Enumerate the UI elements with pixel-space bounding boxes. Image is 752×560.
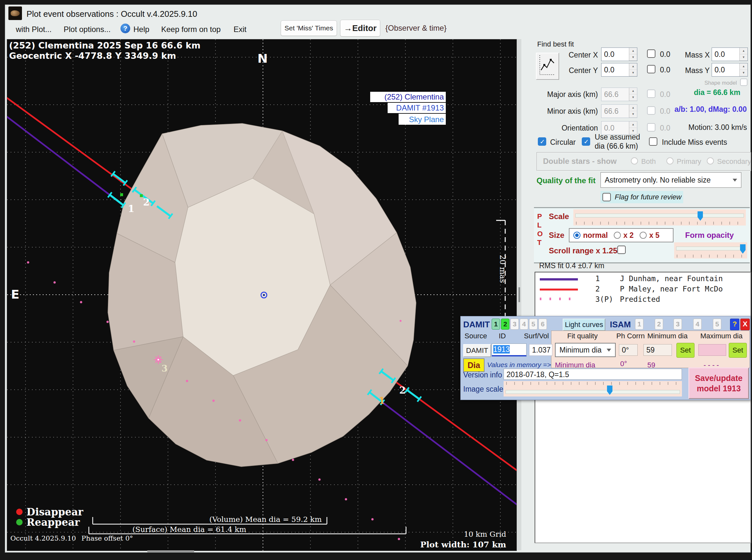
form-opacity-ticks [677,255,745,258]
menu-exit[interactable]: Exit [233,25,246,34]
menu-help[interactable]: Help [134,25,149,34]
dia-button[interactable]: Dia [463,358,485,372]
min-dia-set-button[interactable]: Set [676,343,694,358]
shape-model-checkbox[interactable] [740,79,748,86]
minor-axis-spinner[interactable]: 66.6 ▲▼ [601,104,637,118]
isam-model-1-button[interactable]: 1 [635,319,644,329]
obs-1-number: 1 [595,274,600,283]
form-opacity-slider[interactable] [674,242,747,259]
minor-axis-lock-checkbox[interactable] [647,106,655,115]
observations-list[interactable]: 1 J Dunham, near Fountain 2 P Maley, nea… [535,272,751,543]
scroll-range-checkbox[interactable] [617,245,626,254]
damit-model-2-button[interactable]: 2 [501,319,509,329]
mass-x-spinner[interactable]: 0.0 ▲▼ [712,47,748,61]
double-primary-radio[interactable] [666,157,673,164]
size-normal-radio[interactable] [573,232,581,239]
form-opacity-track[interactable] [676,246,745,251]
major-axis-label: Major axis (km) [537,90,598,99]
damit-model-4-button[interactable]: 4 [520,319,528,329]
plot-splitter[interactable] [517,39,521,550]
memory-fit-quality: Minimum dia [555,361,595,369]
use-assumed-dia-checkbox[interactable] [582,137,590,146]
max-dia-set-button[interactable]: Set [729,343,747,358]
major-axis-spinner[interactable]: 66.6 ▲▼ [601,87,637,101]
isam-model-4-button[interactable]: 4 [693,319,702,329]
menu-plot-options[interactable]: Plot options... [64,25,110,34]
spin-down-icon[interactable]: ▼ [629,70,637,76]
spin-up-icon[interactable]: ▲ [629,105,637,111]
svg-text:(252) Clementina: (252) Clementina [384,93,444,101]
spin-down-icon[interactable]: ▼ [629,54,637,61]
motion-readout: Motion: 3.00 km/s [688,123,747,132]
image-scale-track[interactable] [506,390,680,394]
center-y-lock-checkbox[interactable] [647,65,655,73]
version-info-value[interactable]: 2018-07-18, Q=1.5 [504,369,682,380]
quality-dropdown[interactable]: Astrometry only. No reliable size [601,172,741,188]
spin-down-icon[interactable]: ▼ [629,94,637,101]
double-both-radio[interactable] [631,157,638,164]
ph-corrn-input[interactable]: 0° [619,344,638,356]
spin-up-icon[interactable]: ▲ [629,48,637,54]
damit-title: DAMIT [463,320,490,329]
grid-scale-label: 10 km Grid [464,530,506,538]
damit-model-3-button[interactable]: 3 [510,319,519,329]
spin-up-icon[interactable]: ▲ [740,63,748,70]
isam-model-2-button[interactable]: 2 [655,319,663,329]
sky-plane-plot[interactable]: 3 [7,39,517,551]
min-dia-input[interactable]: 59 [644,344,672,356]
double-secondary-label: Secondary [717,157,751,166]
spin-up-icon[interactable]: ▲ [740,48,748,54]
image-scale-slider[interactable] [504,381,682,397]
spin-down-icon[interactable]: ▼ [629,111,637,118]
menu-with-plot[interactable]: with Plot... [16,25,52,34]
set-miss-times-button[interactable]: Set 'Miss' Times [281,20,337,36]
mass-y-spinner[interactable]: 0.0 ▲▼ [712,63,748,77]
menu-keep-on-top[interactable]: Keep form on top [161,25,221,34]
spin-up-icon[interactable]: ▲ [629,121,637,128]
editor-button[interactable]: →Editor [340,20,380,37]
orientation-lock-checkbox[interactable] [647,123,655,132]
damit-model-1-button[interactable]: 1 [492,319,500,329]
scale-slider-thumb[interactable] [697,211,703,221]
flag-review-checkbox[interactable] [603,193,611,201]
spin-down-icon[interactable]: ▼ [740,54,748,61]
double-primary-label: Primary [677,157,701,166]
north-label: N [258,52,268,66]
use-assumed-label-1: Use assumed [595,133,640,142]
light-curves-button[interactable]: Light curves [563,319,605,331]
damit-model-5-button[interactable]: 5 [529,319,537,329]
scale-slider-track[interactable] [575,214,744,218]
plot-vertical-label: P L O T [537,212,543,247]
double-secondary-radio[interactable] [707,157,714,164]
fit-quality-dropdown[interactable]: Minimum dia [555,343,616,357]
spin-down-icon[interactable]: ▼ [740,70,748,76]
center-x-spinner[interactable]: 0.0 ▲▼ [601,47,637,61]
spin-up-icon[interactable]: ▲ [629,63,637,70]
scale-slider[interactable] [573,209,746,225]
damit-close-button[interactable]: X [740,319,750,330]
center-x-lock-checkbox[interactable] [647,49,655,58]
form-opacity-thumb[interactable] [740,244,746,254]
model-id-input[interactable]: 1913 [492,343,527,356]
damit-help-button[interactable]: ? [730,319,739,330]
screen: Plot event observations : Occult v.4.202… [0,0,752,560]
circular-checkbox[interactable] [538,137,546,146]
center-y-spinner[interactable]: 0.0 ▲▼ [601,63,637,77]
major-axis-lock-checkbox[interactable] [647,89,655,98]
image-scale-ticks [506,382,679,385]
size-x5-radio[interactable] [639,232,647,239]
isam-model-5-button[interactable]: 5 [713,319,721,329]
quality-value: Astrometry only. No reliable size [605,176,711,184]
svg-text:DAMIT #1913: DAMIT #1913 [396,103,444,112]
damit-model-6-button[interactable]: 6 [538,319,547,329]
center-x-alt-value: 0.0 [660,50,670,59]
splitter-handle[interactable] [519,287,520,302]
surface-dia-label: (Surface) Mean dia = 61.4 km [133,525,246,534]
include-miss-checkbox[interactable] [649,137,657,146]
save-update-model-button[interactable]: Save/update model 1913 [688,367,749,399]
help-icon[interactable]: ? [121,24,130,33]
isam-model-3-button[interactable]: 3 [673,319,682,329]
spin-up-icon[interactable]: ▲ [629,88,637,94]
max-dia-input[interactable] [698,344,726,356]
size-x2-radio[interactable] [614,232,621,239]
